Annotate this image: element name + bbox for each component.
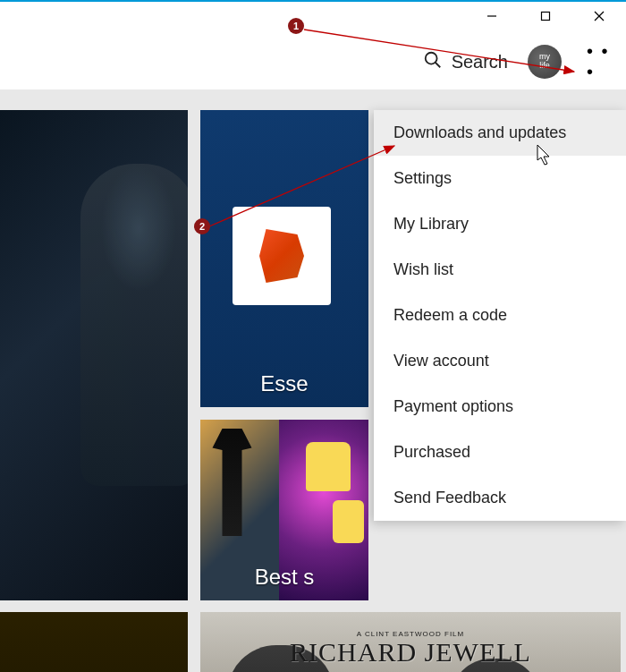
menu-item-view-account[interactable]: View account [374, 338, 626, 384]
content-area: Esse Best s SPENSER CONFIDENTIAL A CLINT… [0, 89, 626, 672]
close-icon [593, 10, 605, 22]
maximize-icon [540, 11, 551, 21]
movie-tile-richard-jewell[interactable]: A CLINT EASTWOOD FILM RICHARD JEWELL [200, 612, 621, 672]
tile-art-figure [80, 164, 188, 486]
menu-item-label: Downloads and updates [393, 123, 566, 142]
featured-tile-left[interactable] [0, 110, 188, 600]
menu-item-label: View account [393, 352, 489, 370]
menu-item-payment-options[interactable]: Payment options [374, 384, 626, 430]
more-button[interactable]: • • • [587, 47, 615, 76]
menu-item-label: Purchased [393, 443, 470, 462]
menu-item-label: Wish list [393, 260, 453, 279]
tile-label: Best s [200, 565, 368, 590]
search-label: Search [452, 52, 508, 72]
menu-item-label: Redeem a code [393, 306, 507, 325]
search-button[interactable]: Search [423, 50, 508, 74]
menu-item-label: Send Feedback [393, 489, 506, 507]
menu-item-label: My Library [393, 215, 469, 234]
menu-item-downloads-and-updates[interactable]: Downloads and updates [374, 110, 626, 156]
tile-label: Esse [200, 371, 368, 396]
svg-marker-10 [537, 145, 549, 165]
movie-tile-spenser[interactable]: SPENSER CONFIDENTIAL [0, 612, 188, 672]
svg-rect-1 [542, 13, 550, 21]
more-menu: Downloads and updatesSettingsMy LibraryW… [374, 110, 626, 521]
best-sellers-tile[interactable]: Best s [200, 420, 368, 600]
more-icon: • • • [587, 41, 615, 82]
svg-line-5 [435, 62, 440, 67]
search-icon [423, 50, 443, 74]
menu-item-redeem-a-code[interactable]: Redeem a code [374, 293, 626, 338]
minimize-icon [486, 11, 497, 21]
menu-item-settings[interactable]: Settings [374, 156, 626, 201]
minimize-button[interactable] [465, 2, 519, 30]
svg-point-4 [425, 52, 436, 64]
mouse-cursor [537, 144, 556, 167]
menu-item-send-feedback[interactable]: Send Feedback [374, 475, 626, 521]
avatar[interactable]: my life [528, 45, 562, 79]
movie-title: RICHARD JEWELL [290, 637, 531, 668]
annotation-badge-1: 1 [288, 18, 304, 34]
close-button[interactable] [572, 2, 626, 30]
menu-item-label: Settings [393, 169, 452, 188]
menu-item-label: Payment options [393, 397, 513, 416]
maximize-button[interactable] [519, 2, 572, 30]
menu-item-wish-list[interactable]: Wish list [374, 247, 626, 293]
essential-apps-tile[interactable]: Esse [200, 110, 368, 407]
menu-item-purchased[interactable]: Purchased [374, 430, 626, 475]
annotation-badge-2: 2 [194, 218, 210, 234]
avatar-text-2: life [539, 62, 550, 71]
tile-art [306, 442, 351, 491]
office-app-icon [233, 207, 331, 305]
toolbar: Search my life • • • [0, 34, 626, 89]
tile-art [333, 500, 364, 543]
menu-item-my-library[interactable]: My Library [374, 201, 626, 247]
window-titlebar [0, 0, 626, 34]
